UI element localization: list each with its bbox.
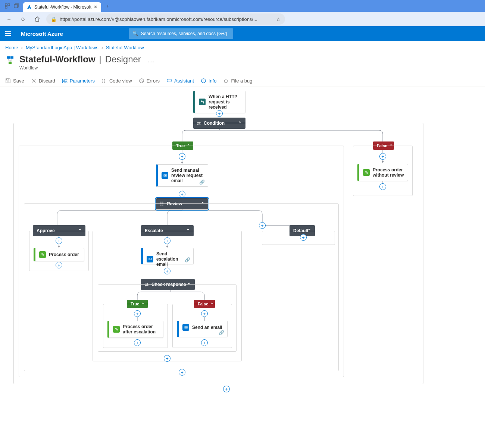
svg-text:i: i <box>203 79 203 83</box>
azure-search-placeholder: Search resources, services, and docs (G+… <box>141 31 227 36</box>
page-header: Stateful-Workflow | Designer … Workflow <box>0 53 485 75</box>
browser-tab[interactable]: Stateful-Workflow - Microsoft ✕ <box>23 2 101 12</box>
add-step-button[interactable]: + <box>164 355 170 362</box>
add-step-button[interactable]: + <box>379 183 386 190</box>
send-escalation-node[interactable]: ✉ Send escalation email 🔗 <box>141 248 194 264</box>
tab-title: Stateful-Workflow - Microsoft <box>34 4 91 10</box>
assistant-button[interactable]: Assistant <box>166 78 194 84</box>
add-case-button[interactable]: + <box>259 222 266 229</box>
add-step-button[interactable]: + <box>56 262 62 268</box>
hamburger-icon[interactable] <box>5 31 11 36</box>
svg-point-11 <box>201 79 206 83</box>
more-icon[interactable]: … <box>148 56 154 64</box>
workflow-resource-icon <box>5 56 15 65</box>
breadcrumb: Home › MyStandardLogicApp | Workflows › … <box>0 41 485 53</box>
info-button[interactable]: iInfo <box>201 78 217 84</box>
outlook-icon: ✉ <box>162 172 168 179</box>
add-step-button[interactable]: + <box>201 339 208 346</box>
add-step-button[interactable]: + <box>179 191 185 197</box>
add-step-button[interactable]: + <box>134 310 141 317</box>
outlook-icon: ✉ <box>182 324 189 331</box>
add-step-button[interactable]: + <box>201 310 208 317</box>
browser-titlebar: Stateful-Workflow - Microsoft ✕ + <box>0 0 485 12</box>
variable-icon: ✎ <box>113 326 120 333</box>
errors-button[interactable]: Errors <box>139 78 160 84</box>
breadcrumb-home[interactable]: Home <box>5 45 18 50</box>
back-button[interactable]: ← <box>4 14 14 24</box>
send-review-node[interactable]: ✉ Send manual review request email 🔗 <box>156 164 208 187</box>
chevron-right-icon: › <box>21 45 23 50</box>
process-after-escalation-node[interactable]: ✎ Process order after escalation <box>107 321 163 338</box>
lock-icon: 🔒 <box>51 16 57 22</box>
add-step-button[interactable]: + <box>223 386 230 392</box>
save-button[interactable]: Save <box>5 78 24 84</box>
browser-address-bar: ← ⟳ 🔒 https://portal.azure.com/#@sophiao… <box>0 12 485 26</box>
add-step-button[interactable]: + <box>300 234 307 241</box>
svg-text:[@]: [@] <box>62 78 68 83</box>
svg-rect-3 <box>14 4 18 8</box>
svg-rect-0 <box>5 4 7 6</box>
breadcrumb-app[interactable]: MyStandardLogicApp | Workflows <box>26 45 98 50</box>
filebug-button[interactable]: File a bug <box>223 78 252 84</box>
chevron-right-icon: › <box>101 45 103 50</box>
codeview-button[interactable]: { }Code view <box>101 78 132 84</box>
send-an-email-node[interactable]: ✉ Send an email 🔗 <box>177 321 228 337</box>
link-icon: 🔗 <box>185 257 190 262</box>
add-step-button[interactable]: + <box>216 110 223 117</box>
default-container <box>262 231 335 245</box>
home-button-browser[interactable] <box>32 14 43 24</box>
trigger-node[interactable]: ⇆ When a HTTP request is received <box>193 91 245 113</box>
breadcrumb-workflow[interactable]: Stateful-Workflow <box>106 45 144 50</box>
browser-menu-icon[interactable] <box>3 1 12 10</box>
add-step-button[interactable]: + <box>134 339 141 346</box>
azure-favicon-icon <box>27 4 32 10</box>
svg-rect-6 <box>9 62 12 64</box>
svg-rect-10 <box>167 79 171 82</box>
svg-rect-5 <box>10 56 13 59</box>
new-tab-button[interactable]: + <box>103 1 113 11</box>
svg-rect-1 <box>8 4 10 6</box>
outlook-icon: ✉ <box>147 256 153 262</box>
process-order-node[interactable]: ✎ Process order <box>34 248 84 261</box>
browser-tabs-icon[interactable] <box>12 1 21 10</box>
svg-text:{ }: { } <box>101 78 106 83</box>
url-text: https://portal.azure.com/#@sophiaowen.fa… <box>60 16 257 22</box>
svg-point-13 <box>225 80 228 83</box>
azure-top-bar: Microsoft Azure 🔍 Search resources, serv… <box>0 26 485 41</box>
parameters-button[interactable]: [@]Parameters <box>62 78 95 84</box>
url-field[interactable]: 🔒 https://portal.azure.com/#@sophiaowen.… <box>46 13 285 25</box>
search-icon: 🔍 <box>132 31 138 36</box>
add-step-button[interactable]: + <box>179 153 185 160</box>
svg-rect-2 <box>5 6 7 8</box>
azure-search[interactable]: 🔍 Search resources, services, and docs (… <box>129 28 233 39</box>
add-step-button[interactable]: + <box>164 268 170 274</box>
add-step-button[interactable]: + <box>179 369 185 376</box>
link-icon: 🔗 <box>199 180 205 185</box>
link-icon: 🔗 <box>219 330 224 335</box>
http-icon: ⇆ <box>199 99 206 105</box>
designer-canvas[interactable]: ⇆ When a HTTP request is received + ⇄ Co… <box>0 87 485 448</box>
designer-toolbar: Save Discard [@]Parameters { }Code view … <box>0 75 485 87</box>
svg-rect-4 <box>7 56 10 59</box>
favorite-icon[interactable]: ☆ <box>276 16 281 22</box>
azure-brand[interactable]: Microsoft Azure <box>21 31 63 37</box>
page-section: Designer <box>105 54 141 65</box>
process-no-review-node[interactable]: ✎ Process order without review <box>357 164 408 181</box>
variable-icon: ✎ <box>39 251 46 258</box>
discard-button[interactable]: Discard <box>31 78 55 84</box>
refresh-button[interactable]: ⟳ <box>18 14 28 24</box>
page-title: Stateful-Workflow <box>19 54 96 65</box>
add-step-button[interactable]: + <box>164 237 170 244</box>
tab-close-icon[interactable]: ✕ <box>94 4 97 10</box>
variable-icon: ✎ <box>363 169 370 176</box>
add-step-button[interactable]: + <box>379 153 386 160</box>
add-step-button[interactable]: + <box>56 237 62 244</box>
resource-type: Workflow <box>19 65 154 71</box>
